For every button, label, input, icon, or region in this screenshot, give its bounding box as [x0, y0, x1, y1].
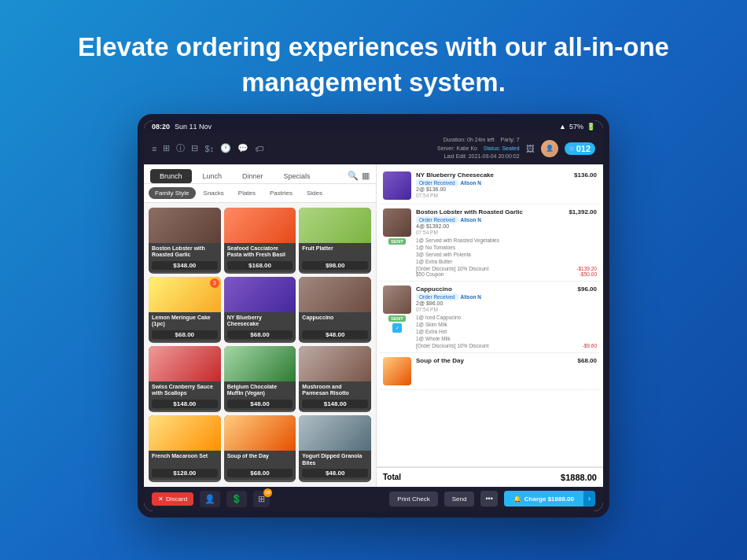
order-list-item[interactable]: SENT Boston Lobster with Roasted Garlic …	[380, 204, 600, 282]
order-item-name: Soup of the Day	[416, 357, 464, 365]
info-icon[interactable]: ⓘ	[176, 142, 185, 154]
menu-item-price: $148.00	[152, 400, 218, 408]
order-list-item[interactable]: Soup of the Day $68.00	[380, 353, 600, 390]
customer-button[interactable]: 👤	[200, 491, 220, 507]
menu-item[interactable]: Belgium Chocolate Muffin (Vegan) $48.00	[224, 346, 296, 412]
sent-chip: SENT	[388, 315, 406, 322]
subtab-snacks[interactable]: Snacks	[197, 187, 230, 199]
tab-lunch[interactable]: Lunch	[193, 169, 232, 183]
charge-button[interactable]: 🔔 Charge $1888.00	[504, 491, 583, 507]
more-button[interactable]: •••	[480, 491, 497, 507]
status-badge: Order Received	[416, 216, 458, 223]
order-number-badge: 012	[565, 142, 595, 155]
discard-button[interactable]: ✕ Discard	[152, 492, 193, 506]
order-item-name: Cappuccino	[416, 286, 452, 293]
print-check-button[interactable]: Print Check	[389, 492, 437, 507]
menu-item[interactable]: Boston Lobster with Roasted Garlic $348.…	[149, 208, 221, 274]
chat-icon[interactable]: 💬	[237, 143, 248, 153]
subtab-pastries[interactable]: Pastries	[263, 187, 299, 199]
menu-item-image	[299, 346, 371, 381]
avatar[interactable]: 👤	[541, 140, 558, 157]
order-thumb	[383, 357, 411, 385]
menu-item[interactable]: Mushroom and Parmesan Risotto $148.00	[299, 346, 371, 412]
status-time: 08:20	[152, 123, 170, 131]
menu-item-image	[224, 208, 296, 243]
charge-button-group: 🔔 Charge $1888.00 ›	[504, 491, 595, 507]
menu-item-name: Swiss Cranberry Sauce with Scallops	[152, 384, 218, 398]
menu-item[interactable]: Seafood Cacciatore Pasta with Fresh Basi…	[224, 208, 296, 274]
grid-icon[interactable]: ⊟	[191, 143, 198, 153]
menu-item-price: $348.00	[152, 261, 218, 270]
tab-brunch[interactable]: Brunch	[150, 169, 192, 183]
menu-item[interactable]: NY Blueberry Cheesecake $68.00	[224, 277, 296, 343]
table-icon[interactable]: ⊞	[163, 143, 170, 153]
order-modifiers: 1@ Iced Cappucino1@ Skim Milk1@ Extra Ho…	[416, 314, 597, 342]
keypad-badge: 98	[263, 488, 272, 497]
status-bar: 08:20 Sun 11 Nov ▲ 57% 🔋	[144, 120, 603, 133]
menu-item[interactable]: Fruit Platter $98.00	[299, 208, 371, 274]
menu-item-image	[224, 346, 296, 381]
subtab-plates[interactable]: Plates	[232, 187, 262, 199]
menu-icon[interactable]: ≡	[152, 144, 156, 153]
menu-item[interactable]: Lemon Meringue Cake (1pc) $68.00 3	[149, 277, 221, 343]
menu-item-price: $48.00	[302, 469, 368, 477]
menu-item[interactable]: Yogurt Dipped Granola Bites $48.00	[299, 415, 371, 481]
keypad-button[interactable]: ⊞ 98	[253, 491, 270, 507]
menu-item-name: Mushroom and Parmesan Risotto	[302, 384, 368, 398]
bell-icon: 🔔	[513, 496, 521, 503]
order-qty: 4@ $1392.00	[416, 223, 597, 229]
menu-item[interactable]: Soup of the Day $68.00	[224, 415, 296, 481]
menu-item-image	[224, 415, 296, 451]
menu-item-image	[299, 277, 371, 312]
tablet-device: 08:20 Sun 11 Nov ▲ 57% 🔋 ≡ ⊞ ⓘ ⊟ $↕ 🕐 💬 …	[138, 114, 609, 518]
menu-item-name: Belgium Chocolate Muffin (Vegan)	[227, 384, 293, 398]
order-list: NY Blueberry Cheesecake $136.00 Order Re…	[377, 164, 603, 466]
tab-dinner[interactable]: Dinner	[233, 169, 273, 183]
image-icon[interactable]: 🖼	[526, 144, 535, 153]
menu-item[interactable]: Cappuccino $48.00	[299, 277, 371, 343]
subtab-sides[interactable]: Sides	[300, 187, 329, 199]
order-qty: 2@ $96.00	[416, 300, 597, 306]
main-content: Brunch Lunch Dinner Specials 🔍 ▦ Family …	[144, 164, 603, 487]
menu-item-name: Yogurt Dipped Granola Bites	[302, 453, 368, 467]
menu-item-image	[149, 208, 221, 243]
menu-item-name: Lemon Meringue Cake (1pc)	[152, 315, 218, 329]
menu-item-name: Seafood Cacciatore Pasta with Fresh Basi…	[227, 245, 293, 260]
tag-icon[interactable]: 🏷	[255, 144, 263, 153]
check-chip: ✓	[392, 323, 402, 333]
menu-item-name: Boston Lobster with Roasted Garlic	[152, 245, 218, 260]
order-discount: $50 Coupon -$50.00	[416, 271, 597, 277]
tab-specials[interactable]: Specials	[274, 169, 320, 183]
menu-item-name: French Macaroon Set	[152, 453, 218, 467]
send-button[interactable]: Send	[444, 492, 475, 507]
menu-item-price: $128.00	[152, 469, 218, 477]
battery-icon: 🔋	[587, 123, 595, 131]
menu-item-price: $68.00	[227, 330, 293, 339]
order-list-item[interactable]: NY Blueberry Cheesecake $136.00 Order Re…	[380, 168, 600, 204]
menu-item[interactable]: French Macaroon Set $128.00	[149, 415, 221, 481]
menu-item-image	[299, 208, 371, 243]
right-panel: NY Blueberry Cheesecake $136.00 Order Re…	[376, 164, 603, 487]
status-badge: Order Received	[416, 293, 458, 300]
charge-arrow-button[interactable]: ›	[583, 491, 595, 507]
clock-icon[interactable]: 🕐	[220, 143, 231, 153]
server-badge: Alison N	[461, 180, 481, 186]
order-item-name: Boston Lobster with Roasted Garlic	[416, 208, 523, 216]
menu-item-price: $168.00	[227, 261, 293, 270]
dollar-icon[interactable]: $↕	[204, 144, 214, 153]
server-badge: Alison N	[461, 294, 481, 300]
order-item-price: $1,392.00	[569, 208, 597, 216]
menu-item-image	[224, 277, 296, 312]
badge-dot	[569, 146, 574, 151]
search-icon[interactable]: 🔍	[348, 171, 359, 181]
menu-item[interactable]: Swiss Cranberry Sauce with Scallops $148…	[149, 346, 221, 412]
order-thumb	[383, 208, 411, 237]
payment-button[interactable]: 💲	[226, 491, 247, 507]
filter-icon[interactable]: ▦	[362, 171, 370, 181]
subtab-family-style[interactable]: Family Style	[149, 187, 196, 199]
order-total: Total $1888.00	[377, 466, 603, 487]
sent-chip: SENT	[388, 238, 406, 245]
order-list-item[interactable]: SENT✓ Cappuccino $96.00 Order ReceivedAl…	[380, 282, 600, 353]
menu-item-price: $68.00	[152, 330, 218, 339]
sub-category-tabs: Family Style Snacks Plates Pastries Side…	[144, 184, 376, 203]
